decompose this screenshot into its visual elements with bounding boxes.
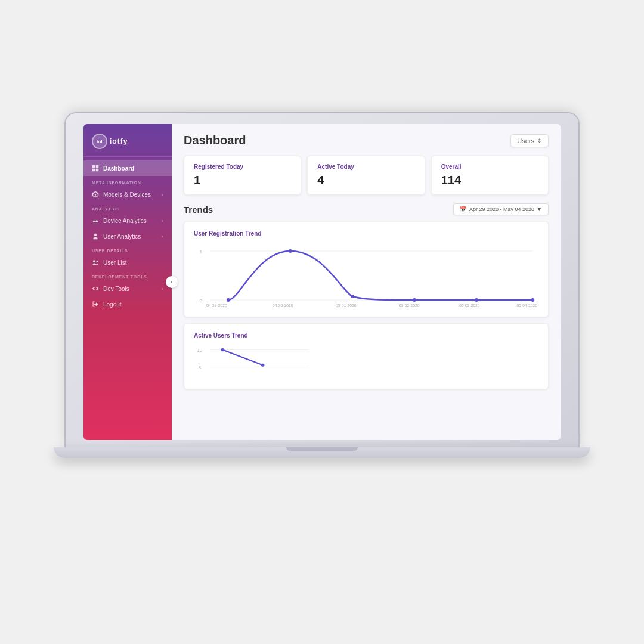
svg-point-13 [531, 298, 534, 302]
svg-point-12 [475, 298, 478, 302]
logo-text: iotfy [110, 137, 128, 145]
stat-overall-value: 114 [441, 174, 538, 187]
laptop-notch [286, 447, 358, 451]
svg-text:04-30-2020: 04-30-2020 [273, 304, 293, 308]
logout-icon [92, 301, 99, 308]
svg-point-24 [221, 348, 224, 351]
svg-text:0: 0 [200, 298, 203, 304]
sidebar-section-analytics: ANALYTICS [83, 202, 172, 213]
svg-text:04-29-2020: 04-29-2020 [206, 304, 227, 308]
users-dropdown-label: Users [517, 137, 534, 144]
users-icon [92, 259, 99, 266]
trends-header: Trends 📅 Apr 29 2020 - May 04 2020 ▼ [184, 203, 549, 215]
svg-text:1: 1 [200, 249, 202, 255]
sidebar-item-user-analytics-label: User Analytics [103, 233, 141, 240]
stats-row: Registered Today 1 Active Today 4 Overal… [184, 156, 549, 195]
svg-rect-3 [96, 169, 99, 172]
sidebar-item-user-list-label: User List [103, 259, 126, 266]
svg-text:05-04-2020: 05-04-2020 [517, 304, 538, 308]
sidebar-collapse-button[interactable]: ‹ [166, 276, 178, 288]
chevron-right-icon-3: › [162, 234, 163, 239]
stat-registered-label: Registered Today [194, 163, 291, 170]
chart-active-svg: 10 8 [194, 345, 538, 380]
svg-rect-1 [96, 165, 99, 168]
stat-registered-value: 1 [194, 174, 291, 187]
date-range-label: Apr 29 2020 - May 04 2020 [469, 206, 534, 212]
sidebar-item-user-analytics[interactable]: User Analytics › [83, 228, 172, 244]
code-icon [92, 285, 99, 292]
stat-active-value: 4 [317, 174, 414, 187]
page-title: Dashboard [184, 134, 246, 147]
sidebar-logo: iot iotfy [83, 124, 172, 157]
sidebar-item-device-analytics[interactable]: Device Analytics › [83, 213, 172, 228]
sidebar-item-dashboard-label: Dashboard [103, 165, 134, 172]
sidebar-item-logout-label: Logout [103, 301, 122, 308]
sidebar-item-dev-tools[interactable]: Dev Tools › [83, 281, 172, 296]
chevron-right-icon-4: › [162, 286, 163, 292]
sidebar-item-device-analytics-label: Device Analytics [103, 218, 147, 224]
svg-text:05-02-2020: 05-02-2020 [399, 304, 420, 308]
svg-point-10 [351, 295, 354, 298]
sidebar: iot iotfy Dashboard META [83, 124, 172, 440]
chevron-right-icon-2: › [162, 218, 163, 224]
chart-active-area: 10 8 [194, 345, 538, 380]
svg-rect-2 [92, 169, 95, 172]
chart-active-title: Active Users Trend [194, 332, 538, 339]
sidebar-section-dev-tools: DEVELOPMENT TOOLS [83, 270, 172, 281]
svg-text:8: 8 [199, 366, 201, 370]
sidebar-item-models-devices[interactable]: Models & Devices › [83, 187, 172, 202]
dashboard-header: Dashboard Users ⇕ [184, 134, 549, 147]
stat-overall-label: Overall [441, 163, 538, 170]
svg-point-11 [413, 298, 416, 302]
logo-icon: iot [92, 134, 107, 149]
svg-text:05-01-2020: 05-01-2020 [336, 304, 357, 308]
svg-point-9 [289, 249, 292, 253]
stat-card-active: Active Today 4 [307, 156, 425, 195]
dropdown-arrow-icon: ⇕ [537, 138, 542, 144]
laptop-base [54, 447, 590, 458]
chart-registration-svg: 1 0 [194, 243, 538, 308]
stat-card-overall: Overall 114 [431, 156, 549, 195]
svg-point-25 [261, 364, 265, 367]
calendar-icon: 📅 [460, 206, 466, 212]
svg-point-8 [227, 298, 230, 302]
sidebar-item-user-list[interactable]: User List [83, 255, 172, 270]
stat-active-label: Active Today [317, 163, 414, 170]
svg-rect-0 [92, 165, 95, 168]
trends-title: Trends [184, 205, 213, 215]
sidebar-item-dashboard[interactable]: Dashboard [83, 160, 172, 176]
chart-registration-area: 1 0 [194, 243, 538, 308]
chart-icon [92, 217, 99, 224]
date-dropdown-icon: ▼ [537, 206, 542, 212]
sidebar-section-user-details: USER DETAILS [83, 244, 172, 255]
active-users-trend-card: Active Users Trend 10 8 [184, 323, 549, 389]
date-range-button[interactable]: 📅 Apr 29 2020 - May 04 2020 ▼ [453, 203, 549, 215]
user-registration-trend-card: User Registration Trend 1 0 [184, 221, 549, 317]
cube-icon [92, 191, 99, 198]
users-dropdown[interactable]: Users ⇕ [510, 134, 549, 147]
svg-text:10: 10 [197, 348, 203, 352]
sidebar-section-meta: META INFORMATION [83, 176, 172, 187]
sidebar-item-dev-tools-label: Dev Tools [103, 286, 129, 292]
svg-text:05-03-2020: 05-03-2020 [459, 304, 480, 308]
main-content: Dashboard Users ⇕ Registered Today 1 Act… [172, 124, 561, 440]
stat-card-registered: Registered Today 1 [184, 156, 301, 195]
sidebar-item-logout[interactable]: Logout [83, 296, 172, 312]
chart-registration-title: User Registration Trend [194, 230, 538, 237]
chevron-right-icon: › [162, 192, 163, 197]
grid-icon [92, 165, 99, 172]
sidebar-item-models-devices-label: Models & Devices [103, 191, 151, 198]
user-chart-icon [92, 233, 99, 240]
